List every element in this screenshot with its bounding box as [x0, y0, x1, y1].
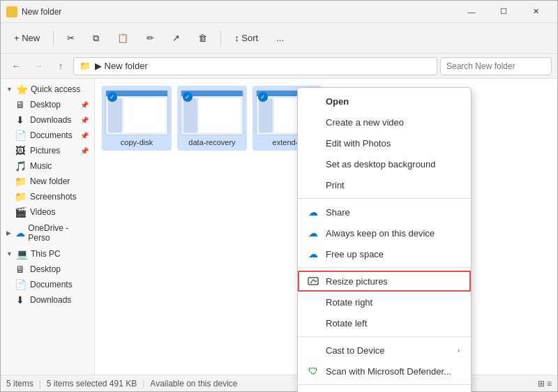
up-button[interactable]: ↑: [51, 56, 70, 76]
ctx-item-scan-defender[interactable]: 🛡Scan with Microsoft Defender...: [298, 361, 471, 382]
desktop-icon: 🖥: [15, 99, 26, 110]
selected-count: 5 items selected 491 KB: [47, 379, 137, 389]
search-input[interactable]: [440, 57, 552, 75]
sidebar-item-label: New folder: [30, 176, 70, 186]
sidebar-item-label: Desktop: [30, 264, 61, 274]
sort-label: ↕ Sort: [234, 33, 258, 43]
forward-button[interactable]: →: [29, 56, 48, 76]
ctx-separator: [298, 198, 471, 199]
sort-button[interactable]: ↕ Sort: [227, 27, 266, 50]
ctx-separator: [298, 267, 471, 268]
svg-point-1: [310, 282, 312, 283]
ctx-item-edit-photos[interactable]: Edit with Photos: [298, 133, 471, 153]
cut-icon: ✂: [67, 33, 75, 43]
music-icon: 🎵: [15, 160, 26, 172]
ctx-item-always-keep[interactable]: ☁Always keep on this device: [298, 223, 471, 243]
ctx-label-cast-device: Cast to Device: [326, 345, 385, 356]
ctx-icon-share: ☁: [306, 205, 320, 219]
file-item-copy-disk[interactable]: ✓ copy-disk: [102, 86, 172, 151]
file-item-data-recovery[interactable]: ✓ data-recovery: [177, 86, 247, 151]
sidebar-item-pictures[interactable]: 🖼 Pictures 📌: [1, 143, 94, 158]
screenshots-icon: 📁: [15, 191, 26, 202]
pictures-icon: 🖼: [15, 145, 26, 156]
ctx-item-rotate-left[interactable]: Rotate left: [298, 312, 471, 333]
ctx-icon-create-video: [306, 115, 320, 129]
sidebar-item-screenshots[interactable]: 📁 Screenshots: [1, 189, 94, 204]
ctx-item-set-background[interactable]: Set as desktop background: [298, 153, 471, 174]
sidebar-item-new-folder[interactable]: 📁 New folder: [1, 174, 94, 189]
ctx-label-open: Open: [326, 96, 349, 107]
rename-button[interactable]: ✏: [139, 27, 162, 50]
ctx-item-cast-device[interactable]: Cast to Device›: [298, 340, 471, 361]
this-pc-header[interactable]: ▼ 💻 This PC: [1, 246, 94, 262]
cut-button[interactable]: ✂: [59, 27, 82, 50]
ctx-label-free-space: Free up space: [326, 249, 384, 259]
address-path[interactable]: 📁 ▶ New folder: [73, 57, 437, 75]
desktop2-icon: 🖥: [15, 264, 26, 275]
share-toolbar-icon: ↗: [172, 33, 180, 43]
sidebar-item-label: Documents: [30, 130, 73, 140]
sidebar-item-documents2[interactable]: 📄 Documents: [1, 277, 94, 292]
ctx-icon-set-background: [306, 157, 320, 171]
ctx-icon-scan-defender: 🛡: [306, 364, 320, 378]
sidebar-item-videos[interactable]: 🎬 Videos: [1, 204, 94, 220]
window-icon: [6, 6, 17, 17]
svg-rect-0: [308, 278, 318, 285]
view-icons: ⊞ ≡: [538, 379, 552, 389]
sidebar-item-label: Videos: [30, 207, 55, 217]
ctx-item-give-access[interactable]: Give access to›: [298, 388, 471, 392]
onedrive-label: OneDrive - Perso: [28, 223, 89, 243]
close-button[interactable]: ✕: [520, 1, 552, 23]
ctx-label-create-video: Create a new video: [326, 117, 404, 128]
sidebar-item-desktop2[interactable]: 🖥 Desktop: [1, 262, 94, 277]
ctx-label-scan-defender: Scan with Microsoft Defender...: [326, 366, 451, 377]
ctx-label-edit-photos: Edit with Photos: [326, 138, 391, 149]
ctx-icon-edit-photos: [306, 136, 320, 150]
maximize-button[interactable]: ☐: [488, 1, 520, 23]
ctx-item-print[interactable]: Print: [298, 174, 471, 195]
computer-icon: 💻: [16, 248, 28, 259]
ctx-label-rotate-left: Rotate left: [326, 318, 367, 329]
sidebar-item-desktop[interactable]: 🖥 Desktop 📌: [1, 97, 94, 112]
new-button[interactable]: + New: [6, 27, 47, 50]
title-bar: New folder — ☐ ✕: [1, 1, 557, 23]
ctx-icon-rotate-right: [306, 295, 320, 309]
documents2-icon: 📄: [15, 279, 26, 290]
onedrive-header[interactable]: ▶ ☁ OneDrive - Perso: [1, 221, 94, 245]
videos-icon: 🎬: [15, 206, 26, 218]
ctx-label-set-background: Set as desktop background: [326, 159, 436, 169]
ctx-item-resize-pictures[interactable]: Resize pictures: [298, 271, 471, 292]
file-name: copy-disk: [121, 138, 153, 146]
quick-access-header[interactable]: ▼ ⭐ Quick access: [1, 82, 94, 97]
minimize-button[interactable]: —: [455, 1, 488, 23]
sidebar-item-label: Desktop: [30, 100, 61, 110]
star-icon: ⭐: [16, 84, 28, 95]
ctx-item-rotate-right[interactable]: Rotate right: [298, 292, 471, 312]
ctx-item-share[interactable]: ☁Share: [298, 202, 471, 223]
sidebar-item-label: Downloads: [30, 295, 71, 305]
sidebar-item-label: Documents: [30, 280, 73, 289]
ctx-item-open[interactable]: Open: [298, 91, 471, 112]
share-button[interactable]: ↗: [165, 27, 188, 50]
sidebar-item-music[interactable]: 🎵 Music: [1, 158, 94, 174]
ctx-icon-cast-device: [306, 343, 320, 357]
submenu-arrow-icon: ›: [458, 347, 460, 354]
ctx-item-create-video[interactable]: Create a new video: [298, 112, 471, 133]
more-button[interactable]: ...: [269, 27, 292, 50]
delete-button[interactable]: 🗑: [190, 27, 215, 50]
sidebar-item-downloads2[interactable]: ⬇ Downloads: [1, 292, 94, 308]
chevron-icon: ▶: [6, 229, 13, 236]
paste-button[interactable]: 📋: [110, 27, 136, 50]
onedrive-section: ▶ ☁ OneDrive - Perso: [1, 221, 94, 245]
ctx-item-free-space[interactable]: ☁Free up space: [298, 243, 471, 264]
ctx-label-resize-pictures: Resize pictures: [326, 276, 388, 287]
sidebar-item-label: Pictures: [30, 146, 60, 156]
pin-icon: 📌: [80, 132, 89, 140]
sidebar-item-downloads[interactable]: ⬇ Downloads 📌: [1, 112, 94, 128]
sidebar-item-documents[interactable]: 📄 Documents 📌: [1, 128, 94, 143]
toolbar: + New ✂ ⧉ 📋 ✏ ↗ 🗑 ↕ Sort ...: [1, 23, 557, 54]
copy-button[interactable]: ⧉: [85, 27, 107, 50]
cloud-icon: ☁: [15, 227, 25, 239]
chevron-down-icon: ▼: [6, 250, 13, 257]
back-button[interactable]: ←: [6, 56, 26, 76]
